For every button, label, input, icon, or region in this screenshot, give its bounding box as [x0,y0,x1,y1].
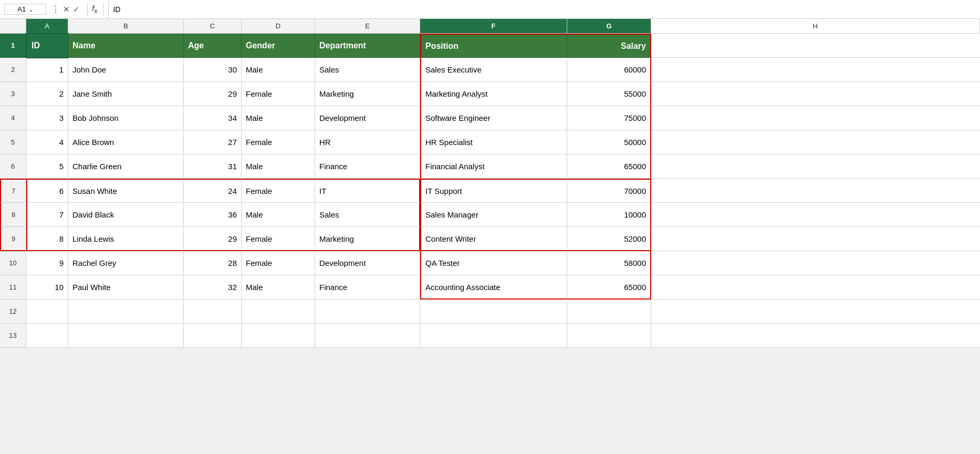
cell-e11[interactable]: Finance [315,275,420,300]
cell-g8[interactable]: 10000 [567,203,651,227]
cell-b9[interactable]: Linda Lewis [68,227,184,251]
cell-e13[interactable] [315,324,420,348]
cell-g7[interactable]: 70000 [567,179,651,203]
cell-d5[interactable]: Female [242,130,315,154]
cell-d1[interactable]: Gender [242,34,315,58]
cell-g10[interactable]: 58000 [567,251,651,275]
cell-f10[interactable]: QA Tester [420,251,567,275]
cell-g2[interactable]: 60000 [567,58,651,82]
cell-f2[interactable]: Sales Executive [420,58,567,82]
cell-e12[interactable] [315,300,420,324]
cell-d3[interactable]: Female [242,82,315,106]
cell-c12[interactable] [184,300,242,324]
cell-b3[interactable]: Jane Smith [68,82,184,106]
cell-d8[interactable]: Male [242,203,315,227]
cell-e3[interactable]: Marketing [315,82,420,106]
cell-c13[interactable] [184,324,242,348]
cell-d7[interactable]: Female [242,179,315,203]
cell-a5[interactable]: 4 [26,130,68,154]
cell-e2[interactable]: Sales [315,58,420,82]
col-header-f[interactable]: F [420,19,567,34]
cell-e10[interactable]: Development [315,251,420,275]
cell-b13[interactable] [68,324,184,348]
cell-f8[interactable]: Sales Manager [420,203,567,227]
cell-g3[interactable]: 55000 [567,82,651,106]
cell-e1[interactable]: Department [315,34,420,58]
cell-d11[interactable]: Male [242,275,315,300]
cell-g11[interactable]: 65000 [567,275,651,300]
cell-g13[interactable] [567,324,651,348]
cell-g6[interactable]: 65000 [567,154,651,179]
cell-a1[interactable]: ID [26,34,68,58]
cell-d9[interactable]: Female [242,227,315,251]
cell-a10[interactable]: 9 [26,251,68,275]
cell-d10[interactable]: Female [242,251,315,275]
cell-c10[interactable]: 28 [184,251,242,275]
cell-b8[interactable]: David Black [68,203,184,227]
cell-f1[interactable]: Position [420,34,567,58]
cell-c5[interactable]: 27 [184,130,242,154]
cell-d12[interactable] [242,300,315,324]
cell-a3[interactable]: 2 [26,82,68,106]
cell-g12[interactable] [567,300,651,324]
cell-c3[interactable]: 29 [184,82,242,106]
cell-c9[interactable]: 29 [184,227,242,251]
cell-reference-box[interactable]: A1 ⌄ [4,4,46,15]
cell-e5[interactable]: HR [315,130,420,154]
cell-d6[interactable]: Male [242,154,315,179]
cell-g1[interactable]: Salary [567,34,651,58]
cell-d4[interactable]: Male [242,106,315,130]
cell-c6[interactable]: 31 [184,154,242,179]
cell-g4[interactable]: 75000 [567,106,651,130]
col-header-c[interactable]: C [184,19,242,34]
cell-c1[interactable]: Age [184,34,242,58]
cell-a4[interactable]: 3 [26,106,68,130]
cell-b7[interactable]: Susan White [68,179,184,203]
cell-g5[interactable]: 50000 [567,130,651,154]
col-header-h[interactable]: H [651,19,980,34]
confirm-icon[interactable]: ✓ [73,5,80,14]
cell-c7[interactable]: 24 [184,179,242,203]
col-header-e[interactable]: E [315,19,420,34]
more-options-icon[interactable]: ⋮ [51,4,60,14]
cell-b4[interactable]: Bob Johnson [68,106,184,130]
cell-g9[interactable]: 52000 [567,227,651,251]
cell-f12[interactable] [420,300,567,324]
cell-b6[interactable]: Charlie Green [68,154,184,179]
cell-a12[interactable] [26,300,68,324]
cell-f9[interactable]: Content Writer [420,227,567,251]
col-header-d[interactable]: D [242,19,315,34]
cell-f3[interactable]: Marketing Analyst [420,82,567,106]
cell-c8[interactable]: 36 [184,203,242,227]
cell-b2[interactable]: John Doe [68,58,184,82]
col-header-g[interactable]: G [567,19,651,34]
cell-a6[interactable]: 5 [26,154,68,179]
cell-f6[interactable]: Financial Analyst [420,154,567,179]
cell-a2[interactable]: 1 [26,58,68,82]
cell-a13[interactable] [26,324,68,348]
cell-a9[interactable]: 8 [26,227,68,251]
cell-e7[interactable]: IT [315,179,420,203]
cell-f5[interactable]: HR Specialist [420,130,567,154]
cell-e4[interactable]: Development [315,106,420,130]
dropdown-arrow-icon[interactable]: ⌄ [29,7,33,13]
cell-e9[interactable]: Marketing [315,227,420,251]
cancel-icon[interactable]: ✕ [63,5,70,14]
cell-e8[interactable]: Sales [315,203,420,227]
cell-e6[interactable]: Finance [315,154,420,179]
col-header-a[interactable]: A [26,19,68,34]
cell-c4[interactable]: 34 [184,106,242,130]
cell-b1[interactable]: Name [68,34,184,58]
cell-a7[interactable]: 6 [26,179,68,203]
cell-f13[interactable] [420,324,567,348]
cell-d2[interactable]: Male [242,58,315,82]
cell-b5[interactable]: Alice Brown [68,130,184,154]
formula-content[interactable]: ID [108,0,976,18]
cell-f4[interactable]: Software Engineer [420,106,567,130]
cell-f11[interactable]: Accounting Associate [420,275,567,300]
cell-b10[interactable]: Rachel Grey [68,251,184,275]
cell-a8[interactable]: 7 [26,203,68,227]
cell-b12[interactable] [68,300,184,324]
cell-f7[interactable]: IT Support [420,179,567,203]
cell-c11[interactable]: 32 [184,275,242,300]
